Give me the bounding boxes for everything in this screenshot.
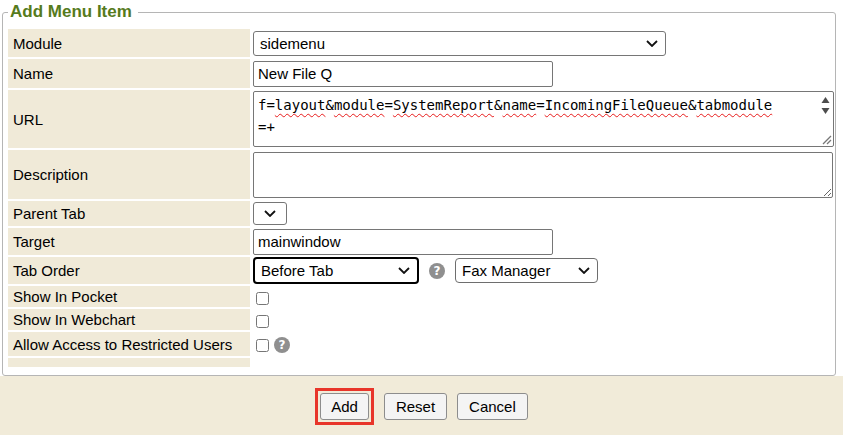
chevron-down-icon [264, 210, 276, 217]
description-textarea[interactable] [253, 152, 833, 198]
add-button-annotation: Add [315, 388, 374, 425]
scroll-up-icon[interactable] [821, 96, 830, 104]
field-label-description: Description [8, 150, 250, 199]
show-in-pocket-checkbox[interactable] [256, 292, 269, 305]
module-select[interactable]: sidemenu [253, 31, 666, 56]
reset-button[interactable]: Reset [384, 393, 447, 420]
url-textarea-text: f=layout&module=SystemReport&name=Incomi… [258, 94, 773, 138]
field-label-allow-restricted: Allow Access to Restricted Users [8, 332, 250, 356]
button-bar: Add Reset Cancel [0, 376, 843, 435]
field-label-target: Target [8, 228, 250, 255]
name-input[interactable] [253, 61, 553, 87]
field-label-parent-tab: Parent Tab [8, 201, 250, 226]
add-button[interactable]: Add [320, 393, 369, 420]
field-label-module: Module [8, 29, 250, 57]
field-label-name: Name [8, 59, 250, 88]
chevron-down-icon [398, 267, 410, 274]
module-select-value: sidemenu [260, 35, 325, 52]
field-label-show-in-pocket: Show In Pocket [8, 286, 250, 307]
panel-title: Add Menu Item [8, 2, 138, 22]
target-input[interactable] [253, 229, 553, 255]
chevron-down-icon [578, 267, 590, 274]
resize-grip-icon[interactable] [821, 134, 832, 145]
spacer-cell [8, 358, 250, 367]
tab-order-target-value: Fax Manager [462, 262, 550, 279]
url-textarea[interactable]: f=layout&module=SystemReport&name=Incomi… [253, 91, 834, 147]
help-icon[interactable]: ? [429, 263, 445, 279]
field-label-show-in-webchart: Show In Webchart [8, 309, 250, 330]
tab-order-target-select[interactable]: Fax Manager [455, 258, 598, 283]
field-label-tab-order: Tab Order [8, 257, 250, 284]
help-icon[interactable]: ? [274, 337, 290, 353]
chevron-down-icon [646, 40, 658, 47]
show-in-webchart-checkbox[interactable] [256, 315, 269, 328]
add-menu-item-panel: Add Menu Item Module sidemenu Name URL [2, 2, 836, 376]
form-table: Module sidemenu Name URL f=layout&module… [6, 27, 832, 369]
parent-tab-select[interactable] [253, 202, 287, 225]
scroll-down-icon[interactable] [821, 107, 830, 115]
field-label-url: URL [8, 90, 250, 148]
tab-order-select-value: Before Tab [261, 262, 333, 279]
cancel-button[interactable]: Cancel [457, 393, 528, 420]
tab-order-select[interactable]: Before Tab [253, 257, 419, 284]
allow-restricted-checkbox[interactable] [256, 339, 269, 352]
